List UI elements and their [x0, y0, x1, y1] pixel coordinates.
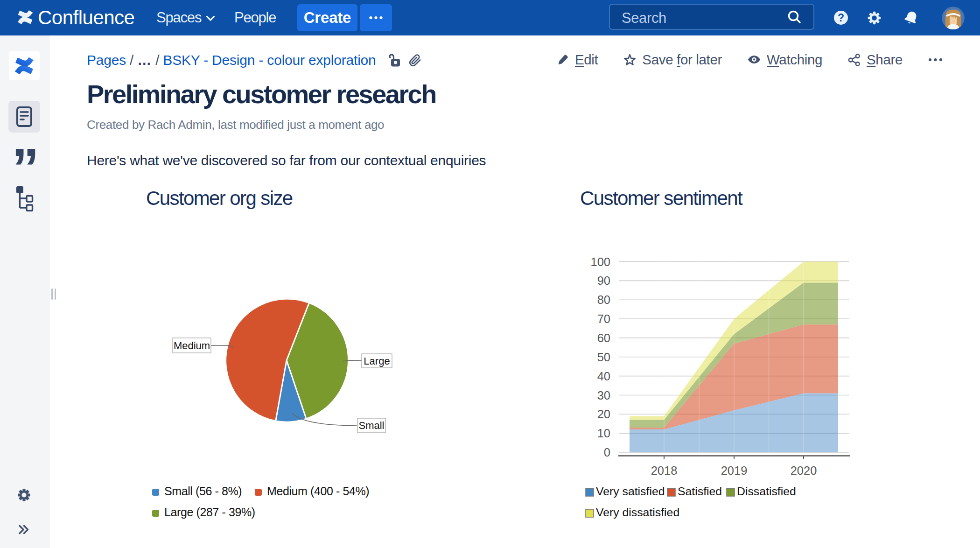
svg-text:80: 80	[597, 293, 610, 306]
svg-text:60: 60	[597, 331, 610, 344]
svg-text:Large (287 - 39%): Large (287 - 39%)	[164, 506, 255, 519]
svg-text:50: 50	[597, 351, 610, 364]
svg-text:Medium (400 - 54%): Medium (400 - 54%)	[267, 485, 369, 498]
svg-text:2018: 2018	[651, 464, 678, 477]
svg-text:Very dissatisfied: Very dissatisfied	[596, 506, 679, 519]
svg-text:10: 10	[597, 427, 610, 440]
svg-text:100: 100	[590, 255, 610, 268]
svg-text:0: 0	[604, 446, 610, 459]
svg-text:Medium: Medium	[174, 340, 210, 351]
svg-text:40: 40	[597, 370, 610, 383]
svg-text:70: 70	[597, 312, 610, 325]
svg-text:Small: Small	[358, 420, 384, 431]
svg-text:Satisfied: Satisfied	[678, 485, 722, 498]
svg-text:2020: 2020	[791, 464, 817, 477]
svg-text:2019: 2019	[721, 464, 748, 477]
svg-text:Very satisfied: Very satisfied	[596, 485, 665, 498]
svg-text:20: 20	[597, 407, 610, 421]
svg-text:Dissatisfied: Dissatisfied	[737, 485, 796, 498]
svg-text:Large: Large	[364, 355, 390, 367]
svg-text:30: 30	[597, 389, 610, 402]
svg-text:Small (56 - 8%): Small (56 - 8%)	[164, 485, 242, 498]
svg-text:90: 90	[597, 274, 610, 287]
